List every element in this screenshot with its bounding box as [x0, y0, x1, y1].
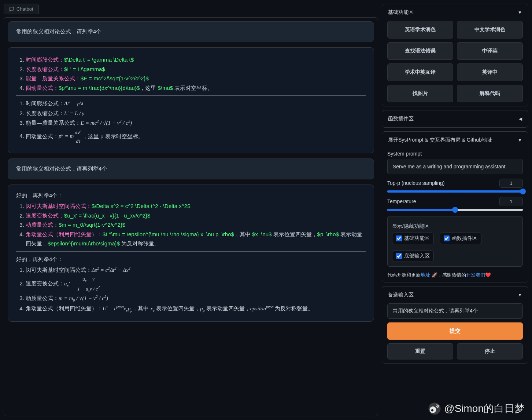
basic-functions-section: 基础功能区 ▼ 英语学术润色 中文学术润色 查找语法错误 中译英 学术中英互译 … [382, 4, 528, 106]
math-expr: Lμ = εμνρσxνpρ [103, 306, 132, 311]
assistant-message: 好的，再列举4个： 闵可夫斯基时空间隔公式：$\Delta s^2 = c^2 … [8, 185, 374, 322]
chat-icon [9, 7, 14, 12]
chat-area[interactable]: 常用的狭义相对论公式，请列举4个 时间膨胀公式：$\Delta t' = \ga… [4, 17, 378, 416]
math-expr: E = mc2 / √(1 − v2 / c2) [81, 120, 132, 126]
section-title: 备选输入区 [388, 292, 414, 298]
fn-find-image[interactable]: 找图片 [387, 85, 453, 102]
fn-english-polish[interactable]: 英语学术润色 [387, 21, 453, 39]
fn-en-to-cn[interactable]: 英译中 [457, 63, 523, 81]
chevron-down-icon: ▼ [518, 10, 522, 15]
top-p-slider[interactable] [387, 190, 523, 193]
fn-academic-translate[interactable]: 学术中英互译 [387, 63, 453, 81]
advanced-section: 展开SysPrompt & 交互界面布局 & Github地址 ▼ System… [382, 131, 528, 282]
submit-button[interactable]: 提交 [387, 322, 523, 340]
top-p-value[interactable]: 1 [499, 179, 523, 188]
credits-line: 代码开源和更新地址 🚀，感谢热情的开发者们❤️ [387, 272, 523, 278]
tab-label: Chatbot [16, 6, 33, 12]
basic-functions-header[interactable]: 基础功能区 ▼ [387, 8, 523, 17]
math-expr: ux′ = ux − v1 − uxv / c2 [64, 281, 101, 286]
stop-button[interactable]: 停止 [457, 343, 523, 359]
formula-list-rendered: 时间膨胀公式：Δt′ = γΔt 长度收缩公式：L′ = L / γ 能量—质量… [16, 99, 366, 146]
alt-input-section: 备选输入区 ▼ 提交 重置 停止 [382, 286, 528, 364]
math-expr: m = m0 / √(1 − v2 / c2) [59, 295, 108, 301]
fn-chinese-polish[interactable]: 中文学术润色 [457, 21, 523, 39]
repo-link[interactable]: 地址 [421, 272, 430, 278]
plugins-header[interactable]: 函数插件区 ◀ [387, 114, 523, 124]
user-message: 常用的狭义相对论公式，请再列举4个 [8, 158, 374, 179]
checkbox-input[interactable] [396, 253, 402, 259]
contributors-link[interactable]: 开发者们 [466, 272, 485, 278]
fn-cn-to-en[interactable]: 中译英 [457, 42, 523, 60]
advanced-header[interactable]: 展开SysPrompt & 交互界面布局 & Github地址 ▼ [387, 135, 523, 145]
chevron-left-icon: ◀ [519, 116, 522, 121]
assistant-intro: 好的，再列举4个： [16, 191, 366, 200]
system-prompt-input[interactable]: Serve me as a writing and programming as… [387, 159, 523, 174]
formula-list-rendered: 闵可夫斯基时空间隔公式：Δs2 = c2Δt2 − Δx2 速度变换公式：ux′… [16, 265, 366, 314]
assistant-intro: 好的，再列举4个： [16, 255, 366, 264]
control-panel: 基础功能区 ▼ 英语学术润色 中文学术润色 查找语法错误 中译英 学术中英互译 … [382, 4, 528, 416]
checkbox-bottom-input[interactable]: 底部输入区 [392, 250, 434, 262]
formula-list-raw: 时间膨胀公式：$\Delta t' = \gamma \Delta t$ 长度收… [16, 55, 366, 92]
alt-input-field[interactable] [387, 303, 523, 319]
temperature-label: Temperature [387, 198, 416, 204]
user-message: 常用的狭义相对论公式，请列举4个 [8, 21, 374, 42]
divider [16, 251, 366, 252]
temperature-value[interactable]: 1 [499, 197, 523, 206]
section-title: 基础功能区 [388, 9, 414, 16]
tab-bar: Chatbot [4, 4, 378, 14]
chat-panel: Chatbot 常用的狭义相对论公式，请列举4个 时间膨胀公式：$\Delta … [4, 4, 378, 416]
visibility-label: 显示/隐藏功能区 [392, 223, 518, 230]
assistant-message: 时间膨胀公式：$\Delta t' = \gamma \Delta t$ 长度收… [8, 47, 374, 153]
chevron-down-icon: ▼ [518, 138, 522, 143]
math-expr: L′ = L / γ [64, 110, 84, 116]
fn-explain-code[interactable]: 解释代码 [457, 85, 523, 102]
math-expr: Δt′ = γΔt [64, 101, 84, 106]
checkbox-input[interactable] [444, 235, 450, 241]
fn-grammar-check[interactable]: 查找语法错误 [387, 42, 453, 60]
reset-button[interactable]: 重置 [387, 343, 453, 359]
tab-chatbot[interactable]: Chatbot [4, 4, 39, 14]
system-prompt-label: System prompt [387, 151, 523, 157]
checkbox-plugins[interactable]: 函数插件区 [440, 233, 481, 244]
plugins-section: 函数插件区 ◀ [382, 110, 528, 128]
divider [16, 95, 366, 96]
temperature-slider[interactable] [387, 209, 523, 211]
section-title: 展开SysPrompt & 交互界面布局 & Github地址 [388, 137, 492, 143]
checkbox-basic[interactable]: 基础功能区 [392, 233, 434, 244]
user-text: 常用的狭义相对论公式，请再列举4个 [16, 165, 107, 172]
checkbox-input[interactable] [396, 235, 402, 241]
math-expr: Δs2 = c2Δt2 − Δx2 [92, 267, 130, 273]
visibility-box: 显示/隐藏功能区 基础功能区 函数插件区 底部输入区 [387, 216, 523, 267]
top-p-label: Top-p (nucleus sampling) [387, 180, 444, 186]
math-expr: pμ = mdxμdτ [59, 133, 82, 139]
chevron-down-icon: ▼ [518, 292, 522, 297]
user-text: 常用的狭义相对论公式，请列举4个 [16, 28, 101, 34]
basic-button-grid: 英语学术润色 中文学术润色 查找语法错误 中译英 学术中英互译 英译中 找图片 … [387, 21, 523, 102]
alt-input-header[interactable]: 备选输入区 ▼ [387, 290, 523, 300]
formula-list-raw: 闵可夫斯基时空间隔公式：$\Delta s^2 = c^2 \Delta t^2… [16, 201, 366, 248]
section-title: 函数插件区 [388, 116, 414, 122]
